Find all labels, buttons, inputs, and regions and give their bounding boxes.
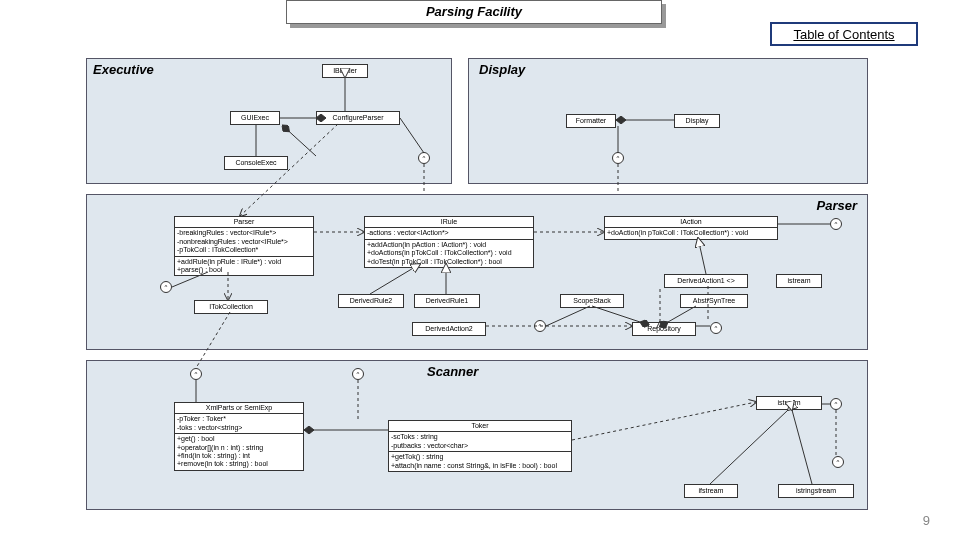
interface-lollipop-icon: ^ [832, 456, 844, 468]
class-scopestack: ScopeStack [560, 294, 624, 308]
class-parser: Parser -breakingRules : vector<IRule*>-n… [174, 216, 314, 276]
class-itokcollection: ITokCollection [194, 300, 268, 314]
class-toker: Toker -scToks : string-putbacks : vector… [388, 420, 572, 472]
diagram-title: Parsing Facility [286, 0, 662, 24]
class-repository: Repository [632, 322, 696, 336]
class-xmlparts: XmlParts or SemiExp -pToker : Toker*-tok… [174, 402, 304, 471]
class-guiexec: GUIExec [230, 111, 280, 125]
class-derivedaction1: DerivedAction1 <> [664, 274, 748, 288]
class-derivedrule1: DerivedRule1 [414, 294, 480, 308]
class-istream2: istream [756, 396, 822, 410]
class-istringstream: istringstream [778, 484, 854, 498]
table-of-contents-link[interactable]: Table of Contents [770, 22, 918, 46]
package-label: Parser [817, 198, 857, 213]
class-formatter: Formatter [566, 114, 616, 128]
class-irule: IRule -actions : vector<IAction*> +addAc… [364, 216, 534, 268]
class-ibuilder: IBuilder [322, 64, 368, 78]
class-iaction: IAction +doAction(in pTokColl : ITokColl… [604, 216, 778, 240]
class-abstrsyntree: AbstrSynTree [680, 294, 748, 308]
class-derivedrule2: DerivedRule2 [338, 294, 404, 308]
interface-lollipop-icon: ^ [352, 368, 364, 380]
class-derivedaction2: DerivedAction2 [412, 322, 486, 336]
class-configureparser: ConfigureParser [316, 111, 400, 125]
interface-lollipop-icon: ^ [612, 152, 624, 164]
package-display: Display [468, 58, 868, 184]
class-ifstream: ifstream [684, 484, 738, 498]
interface-lollipop-icon: ^ [190, 368, 202, 380]
class-display2: Display [674, 114, 720, 128]
interface-lollipop-icon: ^ [534, 320, 546, 332]
class-istream: istream [776, 274, 822, 288]
package-label: Scanner [427, 364, 478, 379]
interface-lollipop-icon: ^ [830, 398, 842, 410]
page-number: 9 [923, 513, 930, 528]
interface-lollipop-icon: ^ [160, 281, 172, 293]
interface-lollipop-icon: ^ [418, 152, 430, 164]
class-consoleexec: ConsoleExec [224, 156, 288, 170]
package-label: Executive [93, 62, 154, 77]
interface-lollipop-icon: ^ [830, 218, 842, 230]
interface-lollipop-icon: ^ [710, 322, 722, 334]
package-label: Display [479, 62, 525, 77]
